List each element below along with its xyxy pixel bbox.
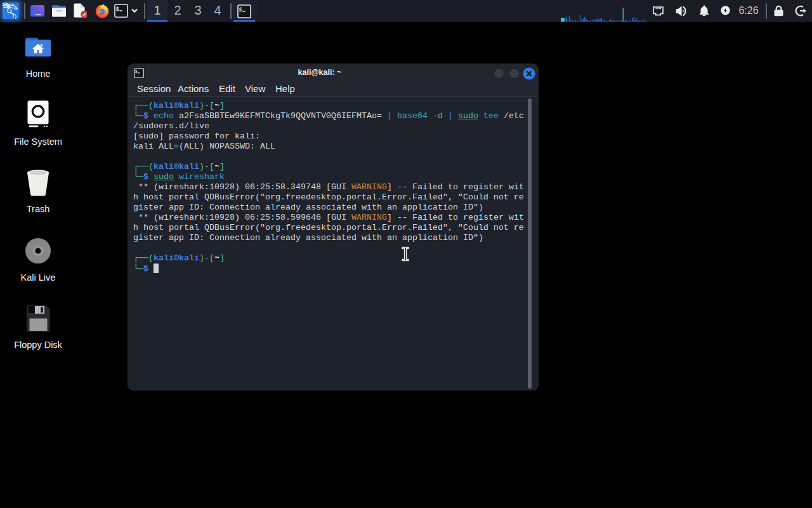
svg-text:$: $: [116, 6, 120, 13]
svg-text:$: $: [135, 70, 138, 74]
svg-text:$: $: [239, 7, 243, 13]
